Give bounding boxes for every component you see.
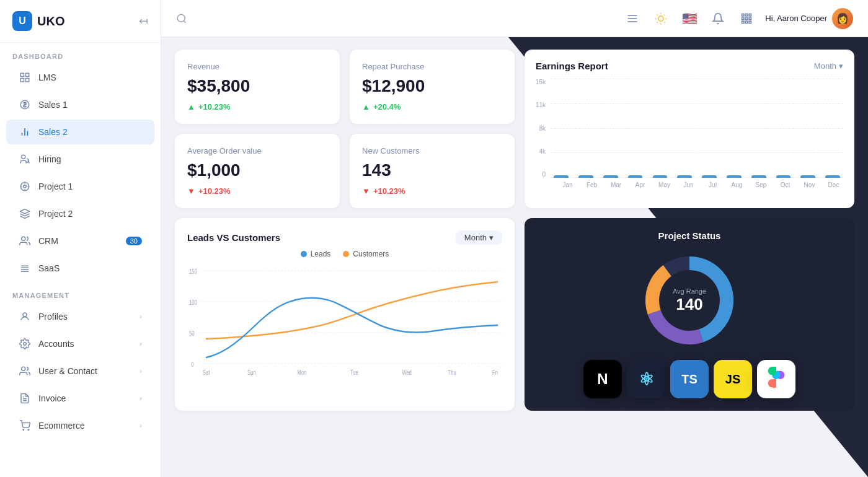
svg-line-29 xyxy=(665,14,665,15)
earnings-header: Earnings Report Month ▾ xyxy=(536,61,843,71)
sidebar-item-lms[interactable]: LMS xyxy=(6,65,154,90)
profile-icon xyxy=(19,310,31,323)
svg-rect-30 xyxy=(742,14,744,15)
line-chart: 150 100 50 0 Sat xyxy=(187,265,502,376)
stat-card-customers: New Customers 143 ▼ +10.23% xyxy=(350,134,515,208)
svg-rect-38 xyxy=(749,21,751,23)
leads-header: Leads VS Customers Month ▾ xyxy=(187,230,502,245)
stat-change: ▲ +10.23% xyxy=(187,102,327,112)
tech-javascript: JS xyxy=(714,360,752,398)
svg-point-21 xyxy=(658,15,663,20)
stat-label: Average Order value xyxy=(187,146,327,155)
stat-label: Revenue xyxy=(187,62,327,71)
donut-center: Avg Range 140 xyxy=(673,287,706,314)
sidebar-item-label: Project 2 xyxy=(38,209,73,219)
earnings-report-card: Earnings Report Month ▾ 15k 11k 8k 4k xyxy=(525,50,854,208)
chevron-down-icon: ▾ xyxy=(489,233,494,242)
sidebar-item-user-contact[interactable]: User & Contact › xyxy=(6,359,154,383)
sidebar-logo: U UKO ↤ xyxy=(0,0,161,43)
menu-icon[interactable] xyxy=(622,9,642,28)
svg-rect-34 xyxy=(746,17,748,19)
svg-point-8 xyxy=(22,237,25,240)
tech-nextjs: N xyxy=(583,360,622,398)
section-label-dashboard: DASHBOARD xyxy=(0,43,161,64)
project-status-title: Project Status xyxy=(658,230,721,241)
crm-icon xyxy=(19,235,31,247)
theme-toggle[interactable] xyxy=(651,9,671,28)
svg-point-15 xyxy=(28,429,29,431)
sidebar-item-label: Invoice xyxy=(38,393,66,403)
sidebar-item-sales1[interactable]: Sales 1 xyxy=(6,92,154,117)
svg-point-16 xyxy=(177,14,185,22)
stat-value: 143 xyxy=(362,160,502,180)
stat-change: ▲ +20.4% xyxy=(362,102,502,112)
bar-jan xyxy=(551,175,572,178)
sidebar-item-sales2[interactable]: Sales 2 xyxy=(6,120,154,144)
bar-oct xyxy=(773,175,794,178)
chart-icon xyxy=(19,126,31,138)
user-info[interactable]: Hi, Aaron Cooper 👩 xyxy=(765,8,853,29)
logo-icon: U xyxy=(12,11,32,31)
svg-rect-31 xyxy=(746,14,748,15)
sidebar-item-label: Sales 2 xyxy=(38,127,68,137)
sidebar-item-label: User & Contact xyxy=(38,366,97,376)
svg-point-14 xyxy=(23,429,24,431)
logo: U UKO xyxy=(12,11,64,31)
bar-dec xyxy=(822,175,843,178)
apps-icon[interactable] xyxy=(737,9,756,28)
grid-icon xyxy=(19,71,31,84)
svg-text:Sat: Sat xyxy=(203,369,210,376)
sidebar-item-label: LMS xyxy=(38,72,56,82)
bar-aug xyxy=(724,175,745,178)
svg-rect-2 xyxy=(20,79,24,82)
sidebar-item-project2[interactable]: Project 2 xyxy=(6,201,154,226)
arrow-up-icon: ▲ xyxy=(362,102,370,112)
dollar-icon xyxy=(19,98,31,111)
svg-text:Thu: Thu xyxy=(448,369,456,376)
svg-text:50: 50 xyxy=(189,330,195,337)
content-grid: Revenue $35,800 ▲ +10.23% Repeat Purchas… xyxy=(175,50,854,411)
earnings-title: Earnings Report xyxy=(536,61,608,71)
svg-rect-36 xyxy=(742,21,744,23)
sidebar-item-crm[interactable]: CRM 30 xyxy=(6,229,154,253)
chart-legend: Leads Customers xyxy=(187,250,502,258)
svg-point-9 xyxy=(23,313,27,317)
notification-icon[interactable] xyxy=(708,9,728,28)
search-box[interactable] xyxy=(176,13,615,24)
svg-line-28 xyxy=(657,22,658,22)
sidebar-item-project1[interactable]: Project 1 xyxy=(6,174,154,199)
stat-card-revenue: Revenue $35,800 ▲ +10.23% xyxy=(175,50,340,124)
sidebar-item-saas[interactable]: SaaS xyxy=(6,256,154,281)
chevron-right-icon: › xyxy=(140,421,142,430)
sidebar-item-profiles[interactable]: Profiles › xyxy=(6,304,154,329)
month-button[interactable]: Month ▾ xyxy=(456,230,502,245)
stat-value: $35,800 xyxy=(187,76,327,96)
legend-dot xyxy=(343,251,349,257)
svg-point-10 xyxy=(24,343,27,346)
sidebar-item-ecommerce[interactable]: Ecommerce › xyxy=(6,413,154,438)
svg-text:Wed: Wed xyxy=(402,369,412,376)
ecommerce-icon xyxy=(19,419,31,432)
bar-nov xyxy=(797,175,818,178)
month-selector[interactable]: Month ▾ xyxy=(814,61,843,71)
legend-leads: Leads xyxy=(301,250,331,258)
svg-rect-37 xyxy=(746,21,748,23)
bar-may xyxy=(649,175,670,178)
sidebar-item-label: Hiring xyxy=(38,154,61,164)
sidebar-item-invoice[interactable]: Invoice › xyxy=(6,386,154,411)
bar-jun xyxy=(674,175,695,178)
sidebar-item-hiring[interactable]: Hiring xyxy=(6,147,154,172)
flag-icon[interactable]: 🇺🇸 xyxy=(680,9,699,28)
svg-rect-1 xyxy=(26,73,29,76)
stat-card-repeat: Repeat Purchase $12,900 ▲ +20.4% xyxy=(350,50,515,124)
project-icon xyxy=(19,180,31,193)
sidebar-item-accounts[interactable]: Accounts › xyxy=(6,331,154,356)
svg-text:0: 0 xyxy=(191,361,193,368)
collapse-button[interactable]: ↤ xyxy=(139,14,148,28)
user-icon xyxy=(19,365,31,377)
sidebar-item-label: Accounts xyxy=(38,339,74,349)
app-name: UKO xyxy=(37,14,64,28)
bar-mar xyxy=(600,175,621,178)
stat-label: Repeat Purchase xyxy=(362,62,502,71)
chart-y-labels: 15k 11k 8k 4k 0 xyxy=(536,79,546,178)
